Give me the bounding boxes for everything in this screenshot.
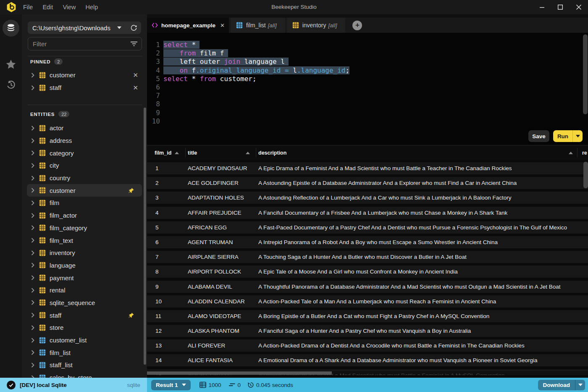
entity-item-staff[interactable]: staff bbox=[22, 309, 147, 321]
expand-chevron[interactable] bbox=[30, 150, 36, 155]
tab-close-button[interactable]: ✕ bbox=[220, 22, 225, 29]
tab-film_list[interactable]: film_list[all] bbox=[231, 18, 285, 33]
unpin-button[interactable]: ✕ bbox=[133, 71, 138, 79]
menu-item-help[interactable]: Help bbox=[81, 4, 102, 11]
entity-item-film_actor[interactable]: film_actor bbox=[22, 209, 147, 222]
expand-chevron[interactable] bbox=[30, 363, 36, 368]
entities-section-header[interactable]: ENTITIES 22 bbox=[30, 111, 69, 117]
menu-item-file[interactable]: File bbox=[19, 4, 37, 11]
expand-chevron[interactable] bbox=[30, 163, 36, 168]
table-row[interactable]: 10ALADDIN CALENDARA Action-Packed Tale o… bbox=[147, 295, 588, 308]
column-header-re[interactable]: re bbox=[582, 145, 588, 160]
entity-item-inventory[interactable]: inventory bbox=[22, 247, 147, 259]
favorites-rail-button[interactable] bbox=[0, 59, 22, 70]
database-rail-button[interactable] bbox=[3, 20, 19, 37]
expand-chevron[interactable] bbox=[30, 338, 36, 343]
table-row[interactable]: 9ALABAMA DEVILA Thoughtful Panorama of a… bbox=[147, 281, 588, 293]
expand-chevron[interactable] bbox=[30, 300, 36, 305]
expand-chevron[interactable] bbox=[30, 85, 36, 90]
sidebar-scrollbar[interactable] bbox=[144, 108, 146, 365]
table-row[interactable]: 8AIRPORT POLLOCKA Epic Tale of a Moose A… bbox=[147, 266, 588, 278]
entity-item-sqlite_sequence[interactable]: sqlite_sequence bbox=[22, 297, 147, 309]
expand-chevron[interactable] bbox=[30, 250, 36, 255]
column-header-film_id[interactable]: film_id bbox=[155, 145, 188, 160]
entity-item-actor[interactable]: actor bbox=[22, 122, 147, 134]
filter-input[interactable] bbox=[33, 40, 131, 47]
table-row[interactable]: 5AFRICAN EGGA Fast-Paced Documentary of … bbox=[147, 221, 588, 234]
results-scrollbar-thumb[interactable] bbox=[583, 162, 588, 188]
unpin-button[interactable]: ✕ bbox=[133, 84, 138, 92]
entity-item-address[interactable]: address bbox=[22, 134, 147, 147]
pinned-item-customer[interactable]: customer✕ bbox=[22, 69, 147, 82]
expand-chevron[interactable] bbox=[30, 200, 36, 205]
tab-inventory[interactable]: inventory[all] bbox=[287, 18, 346, 33]
sort-ascending-icon[interactable] bbox=[246, 152, 250, 154]
expand-chevron[interactable] bbox=[30, 188, 36, 193]
expand-chevron[interactable] bbox=[30, 73, 36, 78]
entity-item-film[interactable]: film bbox=[22, 197, 147, 209]
table-row[interactable]: 3ADAPTATION HOLESA Astounding Reflection… bbox=[147, 192, 588, 204]
entity-item-country[interactable]: country bbox=[22, 172, 147, 184]
table-row[interactable]: 2ACE GOLDFINGERA Astounding Epistle of a… bbox=[147, 177, 588, 189]
entity-item-city[interactable]: city bbox=[22, 159, 147, 172]
run-options-button[interactable] bbox=[572, 130, 583, 142]
menu-item-view[interactable]: View bbox=[58, 4, 80, 11]
expand-chevron[interactable] bbox=[30, 313, 36, 318]
horizontal-scrollbar-thumb[interactable] bbox=[147, 371, 332, 375]
pin-icon[interactable] bbox=[128, 187, 134, 194]
expand-chevron[interactable] bbox=[30, 213, 36, 218]
table-row[interactable]: 12ALASKA PHANTOMA Fanciful Saga of a Hun… bbox=[147, 325, 588, 337]
save-button[interactable]: Save bbox=[528, 130, 549, 142]
history-rail-button[interactable] bbox=[0, 80, 22, 90]
expand-chevron[interactable] bbox=[30, 238, 36, 243]
run-button[interactable]: Run bbox=[553, 130, 572, 142]
entity-item-category[interactable]: category bbox=[22, 147, 147, 159]
column-header-description[interactable]: description bbox=[258, 145, 580, 160]
maximize-button[interactable] bbox=[551, 0, 570, 14]
tab-homepage_example[interactable]: homepage_example✕ bbox=[147, 18, 229, 33]
new-tab-button[interactable]: + bbox=[352, 21, 362, 30]
table-row[interactable]: 7AIRPLANE SIERRAA Touching Saga of a Hun… bbox=[147, 251, 588, 263]
refresh-button[interactable] bbox=[130, 24, 137, 32]
entity-item-customer_list[interactable]: customer_list bbox=[22, 334, 147, 347]
entity-item-customer[interactable]: customer bbox=[27, 184, 142, 197]
sort-ascending-icon[interactable] bbox=[175, 152, 179, 154]
filter-icon[interactable] bbox=[131, 41, 137, 47]
expand-chevron[interactable] bbox=[30, 288, 36, 293]
menu-item-edit[interactable]: Edit bbox=[38, 4, 57, 11]
sort-ascending-icon[interactable] bbox=[569, 152, 573, 154]
expand-chevron[interactable] bbox=[30, 350, 36, 355]
entity-item-rental[interactable]: rental bbox=[22, 284, 147, 297]
download-options-button[interactable] bbox=[575, 380, 585, 390]
close-button[interactable] bbox=[570, 0, 588, 14]
table-row[interactable]: 6AGENT TRUMANA Intrepid Panorama of a Ro… bbox=[147, 236, 588, 248]
expand-chevron[interactable] bbox=[30, 138, 36, 143]
entity-item-film_text[interactable]: film_text bbox=[22, 234, 147, 247]
entity-item-store[interactable]: store bbox=[22, 321, 147, 334]
sql-editor[interactable]: 1select *2 from film f3 left outer join … bbox=[147, 33, 588, 145]
table-row[interactable]: 1ACADEMY DINOSAURA Epic Drama of a Femin… bbox=[147, 162, 588, 174]
expand-chevron[interactable] bbox=[30, 263, 36, 268]
table-row[interactable]: 13ALI FOREVERA Action-Packed Drama of a … bbox=[147, 339, 588, 352]
entity-item-language[interactable]: language bbox=[22, 259, 147, 272]
expand-chevron[interactable] bbox=[30, 225, 36, 230]
table-row[interactable]: 11ALAMO VIDEOTAPEA Boring Epistle of a B… bbox=[147, 310, 588, 322]
connection-selector[interactable]: C:\Users\ghstng\Downloads bbox=[28, 21, 141, 34]
expand-chevron[interactable] bbox=[30, 325, 36, 330]
minimize-button[interactable] bbox=[533, 0, 551, 14]
result-select-button[interactable]: Result 1 bbox=[151, 380, 191, 390]
expand-chevron[interactable] bbox=[30, 126, 36, 131]
expand-chevron[interactable] bbox=[30, 275, 36, 280]
pinned-item-staff[interactable]: staff✕ bbox=[22, 82, 147, 94]
download-button[interactable]: Download bbox=[538, 380, 575, 390]
editor-scrollbar[interactable] bbox=[583, 34, 588, 114]
expand-chevron[interactable] bbox=[30, 176, 36, 181]
horizontal-scrollbar[interactable] bbox=[147, 371, 588, 375]
pinned-section-header[interactable]: PINNED 2 bbox=[30, 58, 63, 65]
table-row[interactable]: 14ALICE FANTASIAA Emotional Drama of a A… bbox=[147, 354, 588, 366]
entity-item-staff_list[interactable]: staff_list bbox=[22, 359, 147, 371]
entity-item-film_list[interactable]: film_list bbox=[22, 346, 147, 359]
pin-icon[interactable] bbox=[128, 312, 134, 318]
entity-item-film_category[interactable]: film_category bbox=[22, 222, 147, 234]
entity-item-payment[interactable]: payment bbox=[22, 271, 147, 284]
